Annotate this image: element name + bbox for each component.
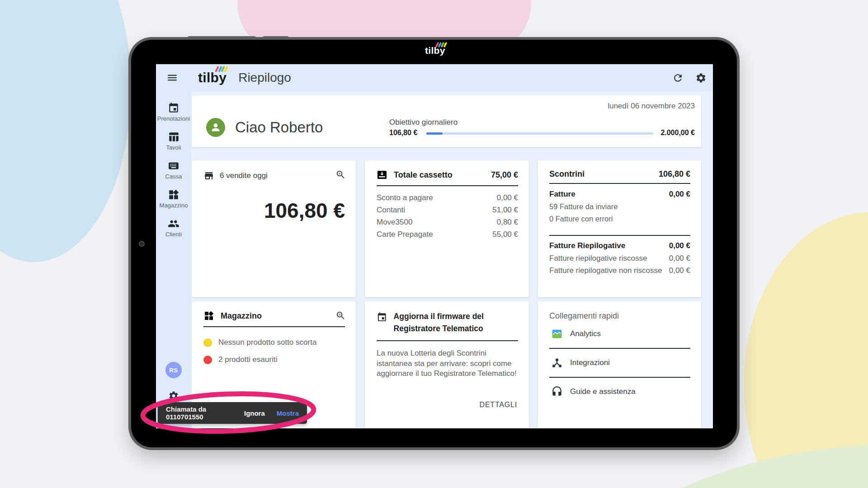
stock-warning-row: Nessun prodotto sotto scorta xyxy=(203,338,345,347)
refresh-icon[interactable] xyxy=(672,72,684,84)
goal-progress-fill xyxy=(426,132,443,135)
screenshot-stage: tilby tilby Riepilogo xyxy=(0,0,868,488)
analytics-icon xyxy=(551,328,563,340)
yellow-status-dot xyxy=(203,338,212,347)
details-button[interactable]: DETTAGLI xyxy=(480,401,517,409)
greeting-text: Ciao Roberto xyxy=(235,119,323,136)
quick-links-card: Collegamenti rapidi Analytics Integrazio… xyxy=(538,301,701,428)
receipts-card: Scontrini 106,80 € Fatture0,00 € 59 Fatt… xyxy=(538,160,701,297)
summary-invoices-header-row: Fatture Riepilogative0,00 € xyxy=(549,239,690,252)
bezel-brand-word: tilby xyxy=(425,45,445,56)
calendar-icon xyxy=(377,312,387,323)
user-avatar-green xyxy=(206,118,225,137)
bezel-brand-logo: tilby xyxy=(425,45,445,56)
hub-icon xyxy=(551,357,563,369)
drawer-row: Contanti51,00 € xyxy=(377,204,518,216)
drawer-card-title: Totale cassetto xyxy=(394,170,491,180)
drawer-row: Sconto a pagare0,00 € xyxy=(377,192,518,204)
main-content: Ciao Roberto lunedì 06 novembre 2023 Obi… xyxy=(191,91,713,428)
sidebar-item-clienti[interactable]: Clienti xyxy=(156,218,191,239)
out-of-stock-row: 2 prodotti esauriti xyxy=(203,355,345,364)
page-title: Riepilogo xyxy=(238,70,291,85)
app-brand-logo: tilby xyxy=(198,70,226,85)
sales-card-title: 6 vendite oggi xyxy=(220,171,268,180)
goal-label: Obiettivo giornaliero xyxy=(389,118,458,127)
tablet-frame: tilby tilby Riepilogo xyxy=(131,40,737,447)
link-integrazioni[interactable]: Integrazioni xyxy=(549,352,690,373)
drawer-card: Totale cassetto 75,00 € Sconto a pagare0… xyxy=(365,160,529,297)
summary-invoices-row: Fatture riepilogative riscosse0,00 € xyxy=(549,252,690,264)
sidebar-item-prenotazioni[interactable]: Prenotazioni xyxy=(156,102,191,123)
invoices-header-row: Fatture0,00 € xyxy=(549,188,690,201)
sidebar-item-label: Tavoli xyxy=(166,144,181,151)
tablet-camera xyxy=(140,242,144,246)
sidebar-item-tavoli[interactable]: Tavoli xyxy=(156,131,191,152)
menu-icon[interactable] xyxy=(166,72,178,84)
background-blob-blue xyxy=(0,0,131,262)
app-screen: tilby Riepilogo Prenotazioni Tavoli xyxy=(156,64,713,428)
goal-progress-bar xyxy=(426,132,653,135)
sales-total: 106,80 € xyxy=(264,198,345,223)
sidebar: Prenotazioni Tavoli Cassa Magazzino Clie… xyxy=(156,91,191,428)
settings-icon[interactable] xyxy=(695,72,707,84)
tables-icon xyxy=(168,131,179,143)
cash-drawer-icon xyxy=(377,169,387,180)
register-icon xyxy=(168,160,179,172)
goal-target-value: 2.000,00 € xyxy=(660,129,695,137)
goal-current-value: 106,80 € xyxy=(389,129,417,137)
user-avatar[interactable]: RS xyxy=(165,362,182,378)
sidebar-settings-icon[interactable] xyxy=(168,390,179,401)
summary-invoices-row: Fatture riepilogative non riscosse0,00 € xyxy=(549,264,690,277)
widgets-icon xyxy=(168,189,179,201)
warehouse-card-title: Magazzino xyxy=(221,311,345,321)
ignore-button[interactable]: Ignora xyxy=(244,409,265,417)
group-icon xyxy=(168,218,179,230)
drawer-card-total: 75,00 € xyxy=(491,170,518,180)
sidebar-item-cassa[interactable]: Cassa xyxy=(156,160,191,181)
drawer-row: Move35000,80 € xyxy=(377,216,518,228)
sidebar-item-label: Cassa xyxy=(165,173,182,180)
zoom-in-icon[interactable] xyxy=(335,310,346,321)
app-topbar: tilby Riepilogo xyxy=(156,64,713,91)
toast-message: Chiamata da 0110701550 xyxy=(166,405,244,421)
person-icon xyxy=(209,121,222,134)
quick-links-title: Collegamenti rapidi xyxy=(549,311,690,321)
drawer-row: Carte Prepagate55,00 € xyxy=(377,228,518,240)
link-analytics[interactable]: Analytics xyxy=(549,324,690,344)
firmware-card-body: La nuova Lotteria degli Scontrini istant… xyxy=(377,348,518,379)
sidebar-item-label: Clienti xyxy=(165,231,182,238)
incoming-call-toast: Chiamata da 0110701550 Ignora Mostra xyxy=(158,402,307,424)
receipts-card-title: Scontrini xyxy=(549,169,659,179)
headset-icon xyxy=(551,386,563,398)
link-guide-assistenza[interactable]: Guide e assistenza xyxy=(549,381,690,402)
show-button[interactable]: Mostra xyxy=(277,409,299,417)
app-brand-word: tilby xyxy=(198,70,226,85)
current-date: lunedì 06 novembre 2023 xyxy=(608,102,695,111)
sidebar-item-label: Prenotazioni xyxy=(157,115,190,122)
red-status-dot xyxy=(203,356,212,364)
sidebar-item-magazzino[interactable]: Magazzino xyxy=(156,189,191,210)
greeting-card: Ciao Roberto lunedì 06 novembre 2023 Obi… xyxy=(192,95,701,147)
store-icon xyxy=(203,170,214,181)
calendar-icon xyxy=(168,102,179,114)
sales-card: 6 vendite oggi 106,80 € xyxy=(192,160,356,297)
receipts-card-total: 106,80 € xyxy=(659,169,690,179)
invoices-with-errors: 0 Fatture con errori xyxy=(549,213,690,225)
invoices-to-send: 59 Fatture da inviare xyxy=(549,201,690,213)
firmware-card-title: Aggiorna il firmware del Registratore Te… xyxy=(394,310,518,335)
zoom-in-icon[interactable] xyxy=(335,169,346,180)
widgets-icon xyxy=(203,310,214,321)
sidebar-item-label: Magazzino xyxy=(160,202,188,209)
firmware-card: Aggiorna il firmware del Registratore Te… xyxy=(365,301,529,428)
